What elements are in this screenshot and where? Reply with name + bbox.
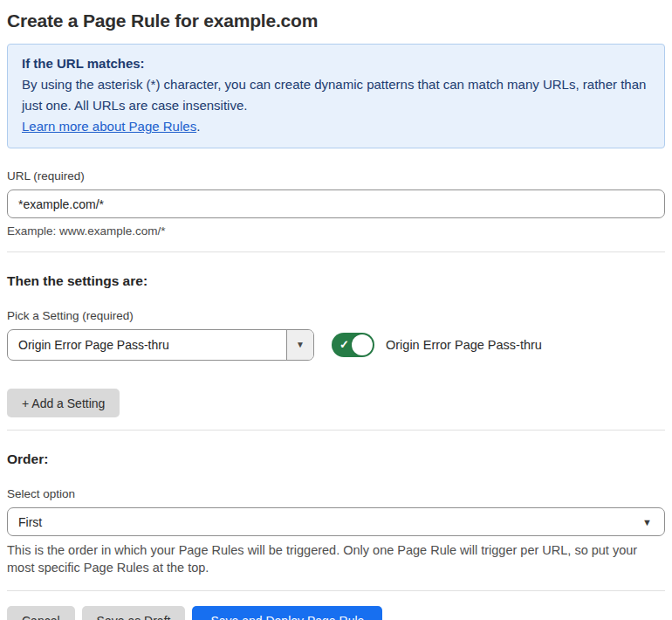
- settings-heading: Then the settings are:: [7, 273, 665, 289]
- pick-setting-label: Pick a Setting (required): [7, 309, 665, 322]
- add-setting-button[interactable]: + Add a Setting: [7, 389, 120, 417]
- setting-dropdown-value[interactable]: Origin Error Page Pass-thru: [8, 330, 286, 360]
- order-select-value: First: [18, 515, 42, 529]
- order-select[interactable]: First ▼: [7, 507, 665, 536]
- info-box-heading: If the URL matches:: [22, 53, 650, 74]
- link-suffix: .: [196, 119, 200, 134]
- check-icon: ✓: [339, 339, 349, 350]
- divider: [7, 430, 665, 431]
- url-label: URL (required): [7, 169, 665, 183]
- footer-buttons: Cancel Save as Draft Save and Deploy Pag…: [7, 606, 665, 620]
- divider: [7, 590, 665, 591]
- setting-dropdown[interactable]: Origin Error Page Pass-thru ▼: [7, 329, 314, 361]
- learn-more-link[interactable]: Learn more about Page Rules: [22, 119, 196, 134]
- order-help-text: This is the order in which your Page Rul…: [7, 541, 665, 576]
- setting-toggle-group: ✓ Origin Error Page Pass-thru: [332, 333, 542, 357]
- caret-down-icon: ▼: [642, 517, 652, 527]
- toggle-knob[interactable]: [352, 334, 373, 355]
- info-box: If the URL matches: By using the asteris…: [7, 44, 665, 148]
- url-example-text: Example: www.example.com/*: [7, 224, 665, 238]
- select-option-label: Select option: [7, 487, 665, 500]
- page-title: Create a Page Rule for example.com: [7, 10, 665, 31]
- setting-row: Origin Error Page Pass-thru ▼ ✓ Origin E…: [7, 329, 665, 361]
- caret-down-icon: ▼: [296, 341, 305, 349]
- setting-dropdown-arrow-button[interactable]: ▼: [286, 330, 313, 360]
- divider: [7, 251, 665, 252]
- save-and-deploy-button[interactable]: Save and Deploy Page Rule: [192, 606, 382, 620]
- save-as-draft-button[interactable]: Save as Draft: [82, 606, 186, 620]
- order-heading: Order:: [7, 451, 665, 467]
- setting-toggle[interactable]: ✓: [332, 333, 374, 357]
- info-box-link-line: Learn more about Page Rules.: [22, 116, 650, 137]
- url-input[interactable]: [7, 189, 665, 218]
- info-box-body: By using the asterisk (*) character, you…: [22, 74, 650, 116]
- setting-toggle-label: Origin Error Page Pass-thru: [386, 338, 542, 352]
- cancel-button[interactable]: Cancel: [7, 606, 75, 620]
